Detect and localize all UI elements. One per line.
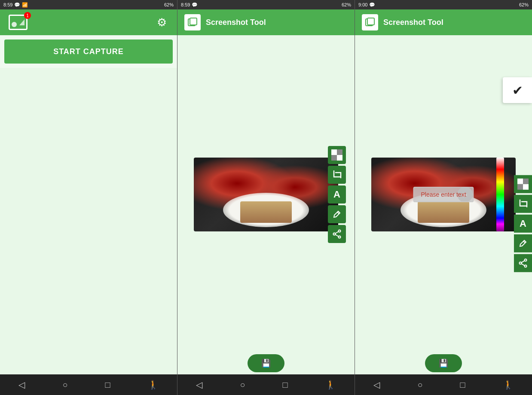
text-input-overlay[interactable]: Please enter text	[413, 187, 474, 202]
svg-rect-6	[367, 18, 374, 25]
recents-button-2[interactable]: □	[282, 380, 287, 390]
gallery-icon-wrap[interactable]: 1	[9, 15, 28, 30]
whatsapp-icon-2: 💬	[192, 2, 198, 8]
brush-tool-3[interactable]	[514, 234, 532, 252]
text-tool-3[interactable]: A	[514, 215, 532, 233]
person-button-3[interactable]: 🚶	[503, 380, 514, 390]
home-button-3[interactable]: ○	[417, 380, 422, 390]
side-toolbar-2: A	[328, 146, 346, 243]
panel-1: 8:59 💬 📶 62% 1 ⚙ START CAPTURE ◁ ○ □ 🚶	[0, 0, 177, 395]
battery-3: 62%	[519, 2, 529, 7]
share-icon-2	[332, 229, 342, 239]
brush-tool-2[interactable]	[328, 205, 346, 223]
panel2-title: Screenshot Tool	[206, 18, 266, 27]
share-icon-3	[518, 258, 528, 268]
app-header-1: 1 ⚙	[0, 9, 177, 35]
checkerboard-icon-2	[331, 149, 342, 161]
text-icon-3: A	[520, 218, 526, 229]
checker-tool-3[interactable]	[514, 175, 532, 193]
signal-icon: 📶	[22, 2, 28, 8]
text-icon-2: A	[333, 189, 340, 200]
status-right-1: 62%	[164, 2, 174, 7]
food-image-2	[194, 158, 338, 231]
crop-icon-3	[518, 199, 528, 209]
brush-icon-3	[518, 239, 528, 248]
panel2-bottom: 💾	[177, 354, 355, 374]
status-left-2: 8:59 💬	[181, 2, 198, 8]
panel3-bottom: 💾	[355, 354, 532, 374]
screenshot-tool-icon-3	[362, 14, 378, 30]
status-right-2: 62%	[342, 2, 351, 7]
screenshot-preview-2	[194, 158, 338, 231]
content-area-1	[0, 68, 177, 374]
screenshot-preview-3: ▶ Please enter text	[371, 158, 516, 231]
side-toolbar-3: A	[514, 175, 532, 272]
screenshot-tool-icon-2	[184, 14, 201, 30]
time-1: 8:59	[3, 2, 12, 7]
recents-button-3[interactable]: □	[460, 380, 465, 390]
text-placeholder: Please enter text	[421, 191, 466, 198]
back-button-2[interactable]: ◁	[196, 380, 202, 390]
status-bar-1: 8:59 💬 📶 62%	[0, 0, 177, 9]
whatsapp-icon: 💬	[14, 2, 20, 8]
battery-1: 62%	[164, 2, 174, 7]
recents-button-1[interactable]: □	[105, 380, 110, 390]
time-3: 9:00	[358, 2, 367, 7]
home-button-1[interactable]: ○	[62, 380, 67, 390]
bottom-nav-1: ◁ ○ □ 🚶	[0, 374, 177, 395]
checkerboard-icon-3	[517, 179, 529, 190]
battery-2: 62%	[342, 2, 351, 7]
status-right-3: 62%	[519, 2, 529, 7]
person-button-1[interactable]: 🚶	[148, 380, 159, 390]
save-icon-3: 💾	[439, 359, 448, 368]
share-tool-2[interactable]	[328, 225, 346, 243]
crop-icon-2	[332, 170, 342, 179]
panel2-content: A	[177, 35, 355, 354]
notification-badge: 1	[24, 12, 31, 19]
color-gradient-bar[interactable]	[496, 158, 504, 231]
crop-tool-2[interactable]	[328, 166, 346, 184]
svg-rect-1	[190, 18, 197, 25]
save-button-3[interactable]: 💾	[425, 354, 462, 372]
status-bar-3: 9:00 💬 62%	[355, 0, 532, 9]
bottom-nav-2: ◁ ○ □ 🚶	[177, 374, 355, 395]
share-tool-3[interactable]	[514, 254, 532, 272]
start-capture-button[interactable]: START CAPTURE	[4, 40, 173, 64]
panel-3: 9:00 💬 62% Screenshot Tool ✔ ▶ Please	[355, 0, 532, 395]
settings-icon[interactable]: ⚙	[155, 15, 168, 29]
brush-icon-2	[332, 210, 342, 219]
signal-icon-3: 💬	[369, 2, 375, 8]
panel-2: 8:59 💬 62% Screenshot Tool	[177, 0, 355, 395]
status-left-1: 8:59 💬 📶	[3, 2, 28, 8]
checker-tool-2[interactable]	[328, 146, 346, 164]
person-button-2[interactable]: 🚶	[325, 380, 336, 390]
bottom-nav-3: ◁ ○ □ 🚶	[355, 374, 532, 395]
app-header-2: Screenshot Tool	[177, 9, 355, 35]
status-left-3: 9:00 💬	[358, 2, 375, 8]
save-button-2[interactable]: 💾	[248, 354, 284, 372]
text-tool-2[interactable]: A	[328, 185, 346, 204]
panel3-title: Screenshot Tool	[383, 18, 443, 27]
home-button-2[interactable]: ○	[240, 380, 245, 390]
back-button-3[interactable]: ◁	[373, 380, 380, 390]
status-bar-2: 8:59 💬 62%	[177, 0, 355, 9]
back-button-1[interactable]: ◁	[18, 380, 25, 390]
app-header-3: Screenshot Tool	[355, 9, 532, 35]
save-icon-2: 💾	[261, 359, 271, 368]
time-2: 8:59	[181, 2, 190, 7]
panel3-content: ▶ Please enter text A	[355, 35, 532, 354]
crop-tool-3[interactable]	[514, 195, 532, 213]
